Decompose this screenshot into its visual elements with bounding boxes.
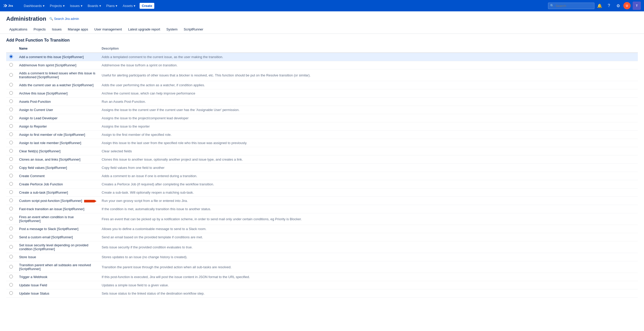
row-name: Store Issue — [16, 253, 99, 261]
radio-select[interactable] — [9, 235, 13, 239]
radio-select[interactable] — [9, 182, 13, 186]
row-name: Set issue security level depending on pr… — [16, 241, 99, 253]
dashboards-menu[interactable]: Dashboards ▾ — [22, 3, 47, 9]
row-name: Assign to last role member [ScriptRunner… — [16, 139, 99, 147]
teams-icon[interactable]: T — [633, 2, 641, 10]
table-row: Create CommentAdds a comment to an issue… — [6, 172, 638, 180]
radio-select[interactable] — [9, 207, 13, 210]
row-name: Transition parent when all subtasks are … — [16, 261, 99, 273]
projects-menu[interactable]: Projects ▾ — [48, 3, 67, 9]
notifications-button[interactable]: 🔔 — [595, 2, 604, 10]
issues-menu[interactable]: Issues ▾ — [68, 3, 85, 9]
row-description: Adds a templated comment to the current … — [99, 53, 638, 61]
table-row: Update Issue StatusSets issue status to … — [6, 289, 638, 298]
radio-select[interactable] — [9, 265, 13, 269]
table-row: Clear field(s) [ScriptRunner]Clear selec… — [6, 147, 638, 155]
nav-system[interactable]: System — [163, 25, 181, 34]
row-name: Create Comment — [16, 172, 99, 180]
help-button[interactable]: ? — [605, 2, 613, 10]
admin-title: Administration — [6, 15, 46, 22]
radio-select[interactable] — [9, 227, 13, 230]
row-name: Assign to Lead Developer — [16, 114, 99, 122]
row-description: Adds the user performing the action as a… — [99, 81, 638, 89]
radio-select[interactable] — [9, 73, 13, 77]
row-name: Send a custom email [ScriptRunner] — [16, 233, 99, 241]
row-description: Assigns the issue to the project/compone… — [99, 114, 638, 122]
row-description: Sets issue status to the linked status o… — [99, 289, 638, 298]
nav-projects[interactable]: Projects — [30, 25, 49, 34]
radio-select[interactable] — [9, 141, 13, 144]
nav-issues[interactable]: Issues — [49, 25, 65, 34]
radio-select[interactable] — [9, 132, 13, 136]
row-description: Copy field values from one field to anot… — [99, 164, 638, 172]
row-description: Fires an event that can be picked up by … — [99, 213, 638, 225]
table-row: Fast-track transition an issue [ScriptRu… — [6, 205, 638, 213]
table-row: Trigger a WebhookIf this post-function i… — [6, 273, 638, 281]
nav-applications[interactable]: Applications — [6, 25, 30, 34]
row-description: Creates a Perforce Job (if required) aft… — [99, 180, 638, 188]
radio-select[interactable] — [9, 149, 13, 153]
table-row: Assign to last role member [ScriptRunner… — [6, 139, 638, 147]
radio-select[interactable] — [9, 55, 13, 58]
radio-select[interactable] — [9, 166, 13, 169]
radio-select[interactable] — [9, 174, 13, 177]
radio-select[interactable] — [9, 91, 13, 95]
radio-select[interactable] — [9, 275, 13, 278]
nav-user-management[interactable]: User management — [91, 25, 125, 34]
row-description: Transition the parent issue through the … — [99, 261, 638, 273]
radio-select[interactable] — [9, 245, 13, 249]
create-button[interactable]: Create — [140, 3, 154, 9]
row-description: Assign to the first member of the specif… — [99, 131, 638, 139]
row-name: Archive this issue [ScriptRunner] — [16, 89, 99, 98]
table-row: Assign to first member of role [ScriptRu… — [6, 131, 638, 139]
row-description: Useful for alerting participants of othe… — [99, 69, 638, 81]
radio-select[interactable] — [9, 124, 13, 128]
table-row: Assign to Lead DeveloperAssigns the issu… — [6, 114, 638, 122]
row-description: If this post-function is executed, Jira … — [99, 273, 638, 281]
nav-upgrade-report[interactable]: Latest upgrade report — [125, 25, 163, 34]
radio-select[interactable] — [9, 283, 13, 287]
row-description: Run an Assets Post-Function. — [99, 98, 638, 106]
row-description: Sets issue security if the provided cond… — [99, 241, 638, 253]
radio-select[interactable] — [9, 217, 13, 220]
radio-select[interactable] — [9, 190, 13, 194]
row-name: Assign to Reporter — [16, 122, 99, 131]
jira-logo[interactable]: Jira — [3, 3, 19, 8]
radio-select[interactable] — [9, 99, 13, 103]
radio-select[interactable] — [9, 291, 13, 295]
assets-menu[interactable]: Assets ▾ — [120, 3, 138, 9]
row-description: Clear selected fields — [99, 147, 638, 155]
table-row: Archive this issue [ScriptRunner]Archive… — [6, 89, 638, 98]
row-description: If the condition is met, automatically t… — [99, 205, 638, 213]
table-row: Assets Post-FunctionRun an Assets Post-F… — [6, 98, 638, 106]
nav-manage-apps[interactable]: Manage apps — [65, 25, 91, 34]
table-row: Copy field values [ScriptRunner]Copy fie… — [6, 164, 638, 172]
radio-select[interactable] — [9, 63, 13, 67]
radio-select[interactable] — [9, 157, 13, 161]
row-description: Assigns the issue to the reporter — [99, 122, 638, 131]
radio-select[interactable] — [9, 199, 13, 202]
row-name: Assign to Current User — [16, 106, 99, 114]
row-name: Clear field(s) [ScriptRunner] — [16, 147, 99, 155]
page-title: Add Post Function To Transition — [6, 38, 638, 43]
search-admin-link[interactable]: 🔍 Search Jira admin — [49, 17, 79, 21]
row-description: Add/remove the issue to/from a sprint on… — [99, 61, 638, 69]
table-row: Set issue security level depending on pr… — [6, 241, 638, 253]
nav-scriptrunner[interactable]: ScriptRunner — [181, 25, 206, 34]
table-row: Add a comment to this issue [ScriptRunne… — [6, 53, 638, 61]
boards-menu[interactable]: Boards ▾ — [86, 3, 103, 9]
radio-select[interactable] — [9, 255, 13, 258]
svg-text:Jira: Jira — [8, 4, 13, 7]
radio-select[interactable] — [9, 116, 13, 120]
radio-select[interactable] — [9, 83, 13, 86]
row-name: Assign to first member of role [ScriptRu… — [16, 131, 99, 139]
row-name: Add a comment to this issue [ScriptRunne… — [16, 53, 99, 61]
radio-select[interactable] — [9, 108, 13, 111]
table-row: Update Issue FieldUpdates a simple issue… — [6, 281, 638, 289]
settings-button[interactable]: ⚙ — [614, 2, 622, 10]
user-avatar[interactable]: U — [623, 2, 631, 9]
search-input[interactable] — [548, 3, 594, 9]
table-row: Adds the current user as a watcher [Scri… — [6, 81, 638, 89]
plans-menu[interactable]: Plans ▾ — [104, 3, 120, 9]
search-wrapper[interactable]: 🔍 — [548, 3, 594, 9]
